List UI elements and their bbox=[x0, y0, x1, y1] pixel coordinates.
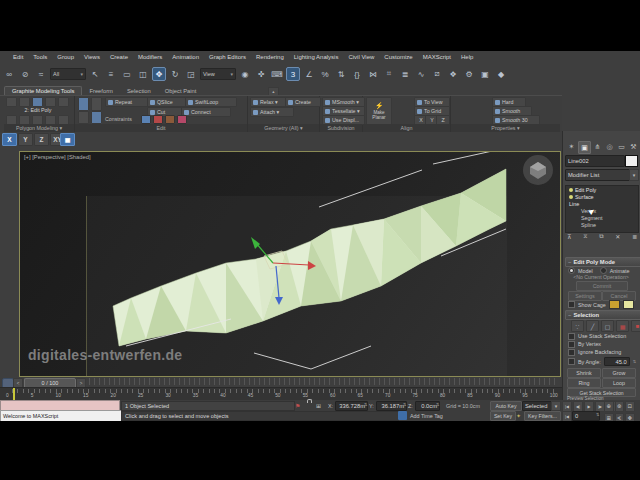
panel-caption[interactable]: Subdivision bbox=[320, 124, 362, 132]
modifier-list-arrow-icon[interactable]: ▾ bbox=[629, 169, 639, 181]
select-and-manipulate-icon[interactable]: ✜ ▾ bbox=[254, 67, 268, 81]
repeat-button[interactable]: Repeat bbox=[105, 97, 151, 107]
x-spinner-icon[interactable]: ⇅ bbox=[364, 402, 367, 407]
angle-snap-icon[interactable]: ∠ ▾ bbox=[302, 67, 316, 81]
axis-constraint-button[interactable]: Y bbox=[18, 133, 33, 146]
menu-item[interactable]: Create bbox=[105, 54, 133, 60]
menu-item[interactable]: Help bbox=[456, 54, 478, 60]
checkbox-row[interactable]: By Vertex bbox=[568, 340, 626, 348]
modifier-stack-row[interactable]: Spline bbox=[566, 221, 638, 228]
menu-item[interactable]: MAXScript bbox=[418, 54, 456, 60]
key-filters-button[interactable]: Key Filters... bbox=[524, 411, 561, 421]
object-name-field[interactable]: Line002 bbox=[565, 155, 625, 167]
menu-item[interactable]: Civil View bbox=[343, 54, 379, 60]
rectangular-selection-region-icon[interactable]: ▭ ▾ bbox=[120, 67, 134, 81]
stack-tool-icon[interactable]: ⊼ bbox=[567, 233, 571, 240]
checkbox-row[interactable]: Use Stack Selection bbox=[568, 332, 626, 340]
checkbox[interactable] bbox=[568, 341, 575, 348]
command-panel-tab[interactable]: ▭ bbox=[616, 141, 627, 152]
track-bar[interactable]: 0510152025303540455055606570758085909510… bbox=[0, 387, 562, 401]
stack-tool-icon[interactable]: ✕ bbox=[615, 233, 620, 240]
mirror-icon[interactable]: ⋈ ▾ bbox=[366, 67, 380, 81]
selection-filter-dropdown[interactable]: All ▾ bbox=[50, 68, 86, 80]
manage-layers-icon[interactable]: ≣ ▾ bbox=[398, 67, 412, 81]
set-key-button[interactable]: Set Key bbox=[490, 411, 516, 421]
constraint-button[interactable] bbox=[177, 115, 187, 124]
swiftloop-button[interactable]: SwiftLoop bbox=[185, 97, 237, 107]
menu-item[interactable]: Tools bbox=[28, 54, 52, 60]
percent-snap-icon[interactable]: % ▾ bbox=[318, 67, 332, 81]
align-icon[interactable]: ⌗ ▾ bbox=[382, 67, 396, 81]
stack-tool-icon[interactable]: ⧉ bbox=[599, 233, 603, 240]
isolate-selection-icon[interactable]: ⚑ bbox=[295, 402, 300, 409]
axis-plane-grid-icon[interactable]: ▦ bbox=[60, 133, 75, 146]
edit-poly-mode-rollout-title[interactable]: − Edit Poly Mode bbox=[565, 257, 640, 267]
menu-item[interactable]: Customize bbox=[379, 54, 417, 60]
spinner-icon[interactable]: ⇅ bbox=[633, 359, 636, 364]
subobject-button[interactable] bbox=[19, 97, 30, 107]
panel-caption[interactable]: Align bbox=[363, 124, 450, 132]
subobject-button[interactable] bbox=[32, 97, 43, 107]
show-cage-checkbox[interactable] bbox=[568, 301, 575, 308]
axis-constraint-button[interactable]: X bbox=[2, 133, 17, 146]
command-panel-tab[interactable]: ▣ bbox=[578, 141, 591, 154]
subobject-button[interactable] bbox=[45, 97, 56, 107]
panel-caption[interactable]: Edit bbox=[75, 124, 247, 132]
viewport-nav-button[interactable]: ⊕ bbox=[604, 401, 614, 412]
animate-radio[interactable] bbox=[600, 267, 607, 274]
stack-tool-icon[interactable]: ≣ bbox=[632, 233, 637, 240]
add-time-tag[interactable]: Add Time Tag bbox=[410, 413, 443, 419]
subobject-level-button[interactable]: ▦ bbox=[616, 320, 629, 332]
ribbon-tab[interactable]: Freeform bbox=[82, 87, 120, 95]
menu-item[interactable]: Views bbox=[79, 54, 105, 60]
subobject-level-button[interactable]: ∵ bbox=[571, 320, 584, 332]
rendered-frame-icon[interactable]: ▣ ▾ bbox=[478, 67, 492, 81]
command-panel-tab[interactable]: ◎ bbox=[604, 141, 615, 152]
panel-caption[interactable]: Geometry (All) ▾ bbox=[248, 124, 319, 132]
ribbon-tab[interactable]: Selection bbox=[120, 87, 158, 95]
time-slider[interactable]: < 0 / 100 > bbox=[0, 377, 562, 387]
unlink-selection-icon[interactable]: ⊘ ▾ bbox=[18, 67, 32, 81]
constraint-button[interactable] bbox=[153, 115, 163, 124]
panel-caption[interactable]: Properties ▾ bbox=[451, 124, 560, 132]
modifier-list-dropdown[interactable]: Modifier List bbox=[565, 169, 632, 181]
menu-item[interactable]: Animation bbox=[167, 54, 204, 60]
ribbon-tab[interactable]: Graphite Modeling Tools bbox=[4, 86, 82, 95]
render-production-icon[interactable]: ◆ ▾ bbox=[494, 67, 508, 81]
grow-button[interactable]: Grow bbox=[602, 368, 636, 378]
by-angle-field[interactable]: 45.0 bbox=[604, 357, 630, 366]
loop-button[interactable]: Loop bbox=[602, 378, 636, 388]
connect-button[interactable]: Connect bbox=[181, 107, 231, 117]
by-angle-checkbox[interactable] bbox=[568, 358, 575, 365]
bind-to-space-warp-icon[interactable]: ≈ ▾ bbox=[34, 67, 48, 81]
model-radio[interactable] bbox=[568, 267, 575, 274]
edit-tool-column-3[interactable] bbox=[91, 97, 102, 111]
modifier-stack-row[interactable]: Vertex bbox=[566, 207, 638, 214]
window-crossing-icon[interactable]: ◫ ▾ bbox=[136, 67, 150, 81]
cage-color-swatch-2[interactable] bbox=[623, 300, 634, 309]
snaps-toggle-icon[interactable]: 3 ▾ bbox=[286, 67, 300, 81]
curve-editor-icon[interactable]: ∿ ▾ bbox=[414, 67, 428, 81]
viewport-nav-button[interactable]: ⊛ bbox=[615, 401, 625, 412]
viewport-nav-button[interactable]: ⊡ bbox=[625, 401, 635, 412]
select-and-rotate-icon[interactable]: ↻ ▾ bbox=[168, 67, 182, 81]
command-panel-tab[interactable]: ⋔ bbox=[592, 141, 603, 152]
qslice-button[interactable]: QSlice bbox=[147, 97, 189, 107]
render-setup-icon[interactable]: ⚙ ▾ bbox=[462, 67, 476, 81]
select-object-icon[interactable]: ↖ ▾ bbox=[88, 67, 102, 81]
axis-constraint-button[interactable]: Z bbox=[34, 133, 49, 146]
reference-coordinate-dropdown[interactable]: View ▾ bbox=[200, 68, 236, 80]
select-and-link-icon[interactable]: ∞ ▾ bbox=[2, 67, 16, 81]
shrink-button[interactable]: Shrink bbox=[567, 368, 601, 378]
material-editor-icon[interactable]: ❖ ▾ bbox=[446, 67, 460, 81]
edit-tool-column-1[interactable] bbox=[78, 97, 89, 111]
checkbox[interactable] bbox=[568, 349, 575, 356]
object-color-swatch[interactable] bbox=[625, 155, 638, 167]
panel-caption[interactable]: Polygon Modeling ▾ bbox=[4, 124, 74, 132]
modifier-bulb-icon[interactable] bbox=[569, 195, 573, 199]
commit-button[interactable]: Commit bbox=[576, 281, 628, 291]
perspective-viewport[interactable]: [+] [Perspective] [Shaded] digitales-ent… bbox=[19, 151, 561, 377]
key-mode-arrow-icon[interactable]: ▾ bbox=[551, 401, 561, 411]
command-panel-tab[interactable]: ⚒ bbox=[628, 141, 639, 152]
edit-tool-column-4[interactable] bbox=[91, 111, 102, 124]
